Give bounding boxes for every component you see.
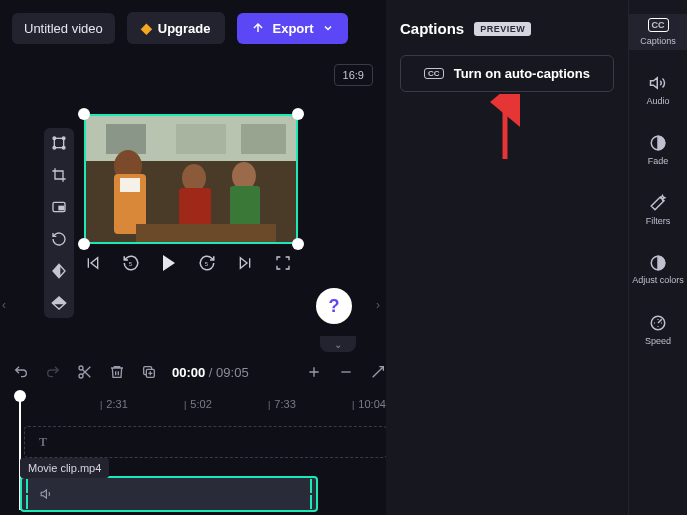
select-icon[interactable] (50, 134, 68, 152)
clip-trim-right[interactable] (306, 478, 316, 510)
zoom-out-icon[interactable] (337, 363, 355, 381)
annotation-arrow (490, 94, 520, 164)
svg-point-4 (62, 146, 65, 149)
selection-frame (84, 114, 298, 244)
crop-icon[interactable] (50, 166, 68, 184)
pip-icon[interactable] (50, 198, 68, 216)
sidebar-item-speed[interactable]: Speed (629, 310, 687, 350)
resize-handle-tr[interactable] (292, 108, 304, 120)
duplicate-icon[interactable] (140, 363, 158, 381)
upgrade-button[interactable]: ◆ Upgrade (127, 12, 225, 44)
captions-panel: Captions PREVIEW CC Turn on auto-caption… (386, 0, 628, 515)
ruler-tick: 2:31 (100, 398, 128, 410)
sidebar-label: Audio (646, 96, 669, 106)
auto-captions-button[interactable]: CC Turn on auto-captions (400, 55, 614, 92)
text-track-placeholder[interactable]: T Add text (24, 426, 387, 458)
split-icon[interactable] (76, 363, 94, 381)
svg-point-2 (62, 137, 65, 140)
delete-icon[interactable] (108, 363, 126, 381)
timecode-display: 00:00 / 09:05 (172, 365, 249, 380)
sidebar-item-fade[interactable]: Fade (629, 130, 687, 170)
playhead[interactable] (14, 390, 26, 402)
ruler-tick: 10:04 (352, 398, 386, 410)
transform-toolbar (44, 128, 74, 318)
flip-horizontal-icon[interactable] (50, 262, 68, 280)
panel-title: Captions (400, 20, 464, 37)
contrast-icon (649, 254, 667, 272)
svg-text:5: 5 (205, 261, 209, 267)
sidebar-item-adjust-colors[interactable]: Adjust colors (629, 250, 687, 290)
upgrade-label: Upgrade (158, 21, 211, 36)
sidebar-label: Speed (645, 336, 671, 346)
sidebar-label: Adjust colors (632, 276, 684, 286)
upload-icon (251, 21, 265, 35)
clip-tooltip: Movie clip.mp4 (20, 458, 109, 478)
sidebar-item-filters[interactable]: Filters (629, 190, 687, 230)
wand-icon (649, 194, 667, 212)
svg-point-1 (53, 137, 56, 140)
svg-point-3 (53, 146, 56, 149)
ruler-tick: 5:02 (184, 398, 212, 410)
timeline-ruler[interactable]: 2:31 5:02 7:33 10:04 (12, 394, 387, 416)
video-clip[interactable] (20, 476, 318, 512)
ruler-tick: 7:33 (268, 398, 296, 410)
cc-icon: CC (648, 18, 669, 32)
svg-text:5: 5 (129, 261, 133, 267)
svg-rect-6 (59, 206, 64, 209)
resize-handle-bl[interactable] (78, 238, 90, 250)
circle-half-icon (649, 134, 667, 152)
video-canvas[interactable] (84, 114, 298, 244)
clip-trim-left[interactable] (22, 478, 32, 510)
help-button[interactable]: ? (316, 288, 352, 324)
auto-captions-label: Turn on auto-captions (454, 66, 590, 81)
project-title[interactable]: Untitled video (12, 13, 115, 44)
redo-icon[interactable] (44, 363, 62, 381)
export-label: Export (273, 21, 314, 36)
timeline-toolbar: 00:00 / 09:05 (12, 358, 387, 386)
speaker-icon (649, 74, 667, 92)
gauge-icon (649, 314, 667, 332)
rotate-icon[interactable] (50, 230, 68, 248)
aspect-ratio-selector[interactable]: 16:9 (334, 64, 373, 86)
resize-handle-tl[interactable] (78, 108, 90, 120)
sidebar-label: Fade (648, 156, 669, 166)
properties-sidebar: CC Captions Audio Fade Filters Adjust co… (628, 0, 687, 515)
skip-forward-icon[interactable] (236, 254, 254, 272)
speaker-icon (40, 487, 306, 501)
timeline-collapse-tab[interactable]: ⌄ (320, 336, 356, 352)
svg-point-23 (79, 366, 83, 370)
fullscreen-icon[interactable] (274, 254, 292, 272)
panel-collapse-left[interactable]: ‹ (2, 298, 6, 312)
cc-icon: CC (424, 68, 444, 79)
sidebar-label: Captions (640, 36, 676, 46)
text-icon: T (39, 435, 47, 450)
flip-vertical-icon[interactable] (50, 294, 68, 312)
sidebar-item-audio[interactable]: Audio (629, 70, 687, 110)
svg-point-24 (79, 374, 83, 378)
sidebar-label: Filters (646, 216, 671, 226)
export-button[interactable]: Export (237, 13, 348, 44)
add-track-icon[interactable] (305, 363, 323, 381)
forward-5-icon[interactable]: 5 (198, 254, 216, 272)
play-button[interactable] (160, 254, 178, 272)
playback-controls: 5 5 (84, 254, 292, 272)
rewind-5-icon[interactable]: 5 (122, 254, 140, 272)
resize-handle-br[interactable] (292, 238, 304, 250)
skip-back-icon[interactable] (84, 254, 102, 272)
sidebar-item-captions[interactable]: CC Captions (629, 14, 687, 50)
panel-collapse-right[interactable]: › (376, 298, 380, 312)
diamond-icon: ◆ (141, 20, 152, 36)
preview-badge: PREVIEW (474, 22, 531, 36)
fit-timeline-icon[interactable] (369, 363, 387, 381)
undo-icon[interactable] (12, 363, 30, 381)
chevron-down-icon (322, 22, 334, 34)
